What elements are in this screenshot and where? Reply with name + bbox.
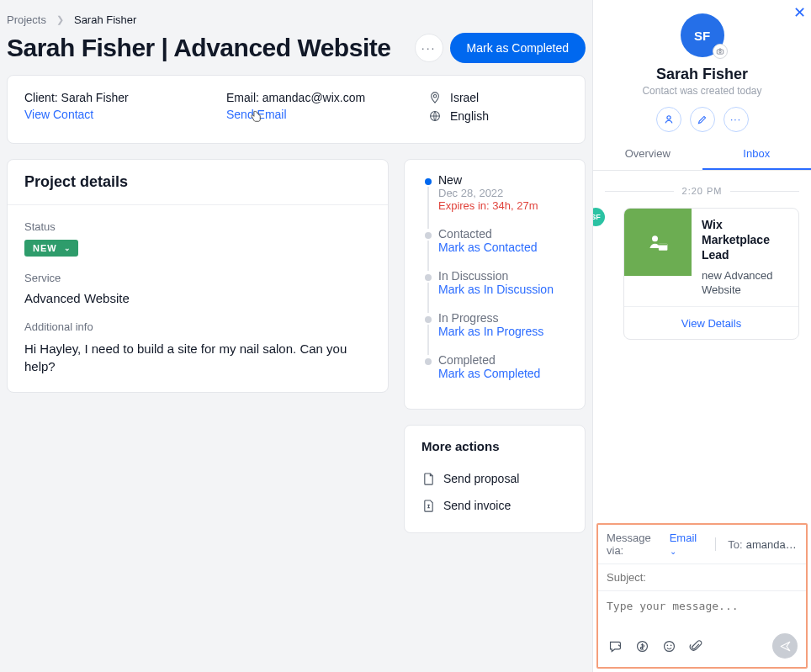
timeline-step-discussion: In Discussion Mark as In Discussion — [421, 269, 568, 311]
globe-icon — [428, 109, 442, 123]
breadcrumb: Projects ❯ Sarah Fisher — [7, 10, 586, 31]
mark-contacted-link[interactable]: Mark as Contacted — [438, 241, 568, 254]
chevron-down-icon: ⌄ — [670, 547, 676, 556]
service-label: Service — [24, 272, 371, 284]
via-label: Message via: — [607, 532, 666, 557]
language-value: English — [450, 109, 489, 123]
time-divider: 2:20 PM — [605, 186, 799, 196]
chevron-right-icon: ❯ — [56, 14, 64, 25]
crumb-current: Sarah Fisher — [74, 13, 136, 26]
more-button[interactable]: ··· — [415, 34, 443, 62]
more-actions-heading: More actions — [421, 439, 568, 453]
svg-point-2 — [718, 50, 721, 53]
mark-discussion-link[interactable]: Mark as In Discussion — [438, 283, 568, 296]
svg-point-4 — [652, 235, 658, 241]
contact-action-icon[interactable] — [656, 107, 681, 132]
mark-completed-link[interactable]: Mark as Completed — [438, 367, 568, 380]
info-value: Hi Hayley, I need to build a site for my… — [24, 340, 371, 375]
view-details-link[interactable]: View Details — [681, 317, 741, 330]
to-label: To: — [728, 538, 742, 551]
service-value: Advanced Website — [24, 291, 371, 305]
camera-icon[interactable] — [713, 44, 728, 59]
project-details-card: Project details Status NEW⌄ Service Adva… — [7, 159, 389, 393]
msg-title: Wix Marketplace Lead — [702, 217, 788, 263]
status-badge[interactable]: NEW⌄ — [24, 240, 78, 257]
client-label: Client: — [24, 91, 58, 104]
send-invoice-action[interactable]: Send invoice — [421, 492, 568, 519]
close-icon[interactable]: ✕ — [793, 3, 806, 22]
side-contact-name: Sarah Fisher — [593, 66, 811, 83]
message-input[interactable] — [598, 591, 806, 625]
send-button[interactable] — [772, 633, 798, 659]
via-select[interactable]: Email ⌄ — [670, 532, 704, 557]
country-value: Israel — [450, 91, 479, 104]
mark-completed-button[interactable]: Mark as Completed — [450, 33, 586, 63]
timeline-step-contacted: Contacted Mark as Contacted — [421, 227, 568, 269]
timeline-step-completed: Completed Mark as Completed — [421, 353, 568, 395]
details-heading: Project details — [8, 160, 388, 204]
svg-point-9 — [666, 644, 668, 646]
timeline-step-progress: In Progress Mark as In Progress — [421, 311, 568, 353]
invoice-icon — [421, 499, 435, 512]
email-label: Email: — [226, 91, 259, 104]
edit-action-icon[interactable] — [690, 107, 715, 132]
timeline-step-new: New Dec 28, 2022 Expires in: 34h, 27m — [421, 173, 568, 227]
client-email: amandac@wix.com — [262, 91, 365, 104]
client-name: Sarah Fisher — [61, 91, 129, 104]
svg-point-8 — [664, 641, 674, 651]
timeline-card: New Dec 28, 2022 Expires in: 34h, 27m Co… — [404, 159, 586, 410]
more-actions-card: More actions Send proposal Send invoice — [404, 425, 586, 533]
svg-point-10 — [670, 644, 671, 646]
subject-input[interactable] — [598, 564, 806, 591]
send-proposal-action[interactable]: Send proposal — [421, 465, 568, 492]
mini-avatar: SF — [593, 208, 605, 226]
msg-sub: new Advanced Website — [702, 268, 788, 298]
emoji-icon[interactable] — [660, 638, 677, 654]
svg-rect-6 — [659, 244, 668, 246]
tab-overview[interactable]: Overview — [593, 139, 702, 170]
side-contact-sub: Contact was created today — [593, 85, 811, 97]
location-icon — [428, 91, 442, 104]
contact-card: Client: Sarah Fisher View Contact Email:… — [7, 75, 586, 144]
payment-icon[interactable] — [633, 638, 650, 654]
svg-point-3 — [666, 116, 670, 119]
send-email-link[interactable]: Send Email — [226, 108, 287, 121]
page-title: Sarah Fisher | Advanced Website — [7, 34, 390, 62]
chevron-down-icon: ⌄ — [64, 244, 72, 252]
attachment-icon[interactable] — [687, 638, 704, 654]
document-icon — [421, 472, 435, 485]
lead-icon — [624, 209, 692, 276]
view-contact-link[interactable]: View Contact — [24, 108, 93, 121]
saved-reply-icon[interactable] — [607, 638, 623, 654]
composer: Message via: Email ⌄ To: amandac… — [596, 523, 808, 669]
inbox-message-card: Wix Marketplace Lead new Advanced Websit… — [623, 208, 799, 340]
tab-inbox[interactable]: Inbox — [702, 139, 812, 170]
crumb-root[interactable]: Projects — [7, 13, 46, 26]
info-label: Additional info — [24, 320, 371, 333]
status-label: Status — [24, 220, 371, 233]
mark-progress-link[interactable]: Mark as In Progress — [438, 325, 568, 338]
svg-rect-1 — [717, 50, 724, 54]
more-action-icon[interactable]: ··· — [724, 107, 749, 132]
to-value[interactable]: amandac… — [746, 538, 798, 551]
